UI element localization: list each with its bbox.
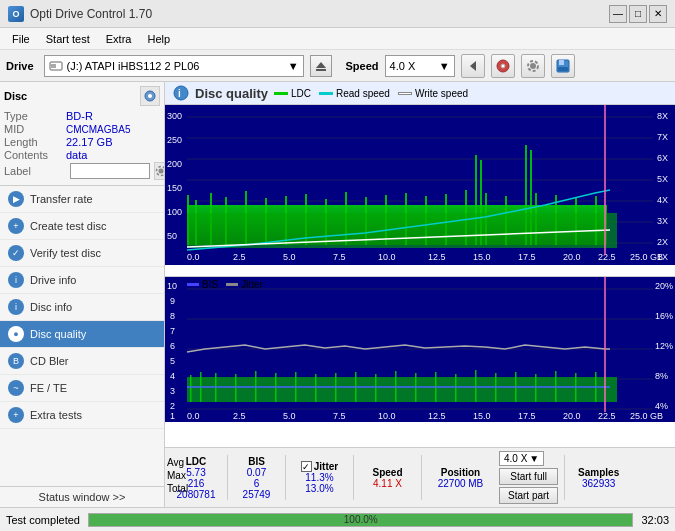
speed-select[interactable]: 4.0 X ▼ — [385, 55, 455, 77]
svg-text:300: 300 — [167, 111, 182, 121]
drive-label: Drive — [6, 60, 34, 72]
sidebar-item-transfer-rate[interactable]: ▶ Transfer rate — [0, 186, 164, 213]
disc-mid-row: MID CMCMAGBA5 — [4, 123, 160, 135]
start-part-button[interactable]: Start part — [499, 487, 558, 504]
sidebar-spacer — [0, 429, 164, 486]
row-labels: Avg Max Total — [167, 457, 188, 494]
bottom-chart-svg: 10 9 8 7 6 5 4 3 2 1 20% 16% 12% 8% 4% — [165, 277, 675, 422]
svg-text:20.0: 20.0 — [563, 411, 581, 421]
menu-start-test[interactable]: Start test — [38, 31, 98, 47]
svg-text:5.0: 5.0 — [283, 252, 296, 262]
legend-jitter: Jitter — [226, 279, 263, 290]
disc-panel-title: Disc — [4, 90, 27, 102]
ldc-max: 216 — [188, 478, 205, 489]
disc-icon-btn[interactable] — [491, 54, 515, 78]
speed-select-dropdown[interactable]: 4.0 X ▼ — [499, 451, 544, 466]
bis-stats: BIS 0.07 6 25749 — [234, 456, 279, 500]
sidebar-item-verify-test-disc[interactable]: ✓ Verify test disc — [0, 240, 164, 267]
svg-rect-3 — [316, 69, 326, 71]
menu-extra[interactable]: Extra — [98, 31, 140, 47]
disc-quality-icon: ● — [8, 326, 24, 342]
bis-total: 25749 — [243, 489, 271, 500]
jitter-stats: ✓ Jitter 11.3% 13.0% — [292, 461, 347, 494]
transfer-rate-icon: ▶ — [8, 191, 24, 207]
sidebar-item-create-test-disc[interactable]: + Create test disc — [0, 213, 164, 240]
sidebar-item-cd-bler[interactable]: B CD Bler — [0, 348, 164, 375]
top-chart: 300 250 200 150 100 50 8X 7X 6X 5X 4X 3X… — [165, 105, 675, 277]
svg-text:0.0: 0.0 — [187, 252, 200, 262]
extra-tests-icon: + — [8, 407, 24, 423]
sidebar-item-disc-quality[interactable]: ● Disc quality — [0, 321, 164, 348]
sidebar-item-fe-te-label: FE / TE — [30, 382, 67, 394]
svg-text:20.0: 20.0 — [563, 252, 581, 262]
stats-divider-5 — [564, 455, 565, 500]
svg-text:5.0: 5.0 — [283, 411, 296, 421]
disc-label-input[interactable] — [70, 163, 150, 179]
stats-divider-3 — [353, 455, 354, 500]
drive-name: (J:) ATAPI iHBS112 2 PL06 — [67, 60, 200, 72]
svg-point-7 — [530, 63, 536, 69]
speed-select-start-col: 4.0 X ▼ Start full Start part — [499, 451, 558, 504]
charts-container: 300 250 200 150 100 50 8X 7X 6X 5X 4X 3X… — [165, 105, 675, 447]
jitter-checkbox[interactable]: ✓ — [301, 461, 312, 472]
save-icon-btn[interactable] — [551, 54, 575, 78]
sidebar-item-fe-te[interactable]: ~ FE / TE — [0, 375, 164, 402]
sidebar-item-disc-info[interactable]: i Disc info — [0, 294, 164, 321]
previous-button[interactable] — [461, 54, 485, 78]
svg-text:10: 10 — [167, 281, 177, 291]
legend-bis: BIS — [187, 279, 218, 290]
disc-type-row: Type BD-R — [4, 110, 160, 122]
speed-dropdown-arrow-small[interactable]: ▼ — [529, 453, 539, 464]
samples-header: Samples — [578, 467, 619, 478]
legend-write-label: Write speed — [415, 88, 468, 99]
jitter-legend-color — [226, 283, 238, 286]
jitter-header: Jitter — [314, 461, 338, 472]
gear-icon — [525, 58, 541, 74]
svg-text:7.5: 7.5 — [333, 252, 346, 262]
svg-text:10.0: 10.0 — [378, 411, 396, 421]
svg-rect-117 — [235, 374, 237, 402]
speed-dropdown-arrow[interactable]: ▼ — [439, 60, 450, 72]
start-full-button[interactable]: Start full — [499, 468, 558, 485]
statusbar: Test completed 100.0% 32:03 — [0, 507, 675, 531]
bis-legend-label: BIS — [202, 279, 218, 290]
position-stats: Position 22700 MB — [428, 467, 493, 489]
drive-select[interactable]: (J:) ATAPI iHBS112 2 PL06 ▼ — [44, 55, 304, 77]
eject-button[interactable] — [310, 55, 332, 77]
status-window-toggle[interactable]: Status window >> — [0, 486, 164, 507]
speed-stats: Speed 4.11 X — [360, 467, 415, 489]
create-test-disc-icon: + — [8, 218, 24, 234]
legend-read-speed: Read speed — [319, 88, 390, 99]
sidebar-item-extra-tests[interactable]: + Extra tests — [0, 402, 164, 429]
sidebar-item-drive-info[interactable]: i Drive info — [0, 267, 164, 294]
close-button[interactable]: ✕ — [649, 5, 667, 23]
sidebar-item-disc-info-label: Disc info — [30, 301, 72, 313]
svg-text:i: i — [178, 88, 181, 99]
svg-text:250: 250 — [167, 135, 182, 145]
disc-panel-icon[interactable] — [140, 86, 160, 106]
bis-avg: 0.07 — [247, 467, 266, 478]
save-icon — [555, 58, 571, 74]
svg-text:2: 2 — [170, 401, 175, 411]
speed-value: 4.0 X — [390, 60, 439, 72]
svg-rect-121 — [315, 374, 317, 402]
maximize-button[interactable]: □ — [629, 5, 647, 23]
svg-text:4X: 4X — [657, 195, 668, 205]
svg-rect-10 — [559, 60, 564, 65]
drive-dropdown-arrow[interactable]: ▼ — [288, 60, 299, 72]
disc-type-value: BD-R — [66, 110, 93, 122]
svg-rect-11 — [558, 67, 568, 71]
jitter-avg: 11.3% — [305, 472, 333, 483]
samples-total: 362933 — [582, 478, 615, 489]
svg-text:5X: 5X — [657, 174, 668, 184]
menu-file[interactable]: File — [4, 31, 38, 47]
disc-contents-value: data — [66, 149, 87, 161]
legend-ldc-label: LDC — [291, 88, 311, 99]
disc-label-edit-btn[interactable] — [154, 162, 165, 180]
jitter-max: 13.0% — [305, 483, 333, 494]
legend-write-speed: Write speed — [398, 88, 468, 99]
minimize-button[interactable]: — — [609, 5, 627, 23]
svg-rect-132 — [535, 374, 537, 402]
menu-help[interactable]: Help — [139, 31, 178, 47]
settings-icon-btn[interactable] — [521, 54, 545, 78]
